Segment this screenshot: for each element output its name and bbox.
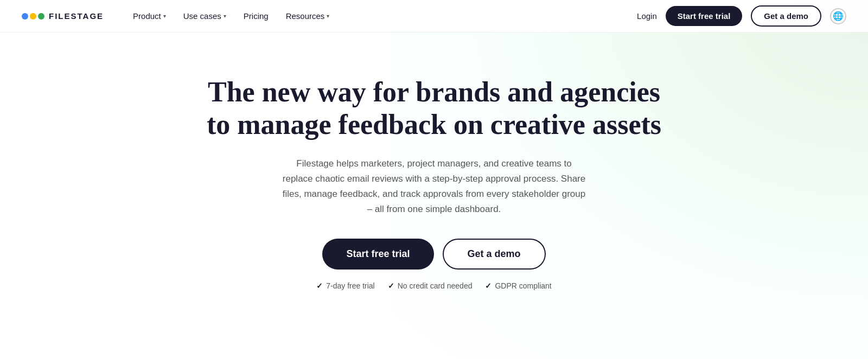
nav-label-pricing: Pricing (244, 11, 269, 21)
logo-icon (22, 13, 44, 20)
hero-title-line2: to manage feedback on creative assets (207, 109, 661, 140)
nav-links: Product ▾ Use cases ▾ Pricing Resources … (125, 7, 637, 25)
trust-item-trial: ✓ 7-day free trial (316, 281, 374, 290)
trust-label-no-card: No credit card needed (398, 281, 473, 290)
chevron-down-icon: ▾ (224, 13, 226, 19)
hero-get-demo-button[interactable]: Get a demo (443, 239, 546, 270)
trust-label-gdpr: GDPR compliant (495, 281, 551, 290)
trust-label-trial: 7-day free trial (326, 281, 374, 290)
hero-subtitle: Filestage helps marketers, project manag… (282, 156, 586, 217)
nav-item-resources[interactable]: Resources ▾ (278, 7, 337, 25)
hero-title: The new way for brands and agencies to m… (207, 76, 661, 141)
nav-right: Login Start free trial Get a demo 🌐 (637, 5, 846, 27)
nav-item-usecases[interactable]: Use cases ▾ (176, 7, 234, 25)
chevron-down-icon: ▾ (163, 13, 166, 19)
nav-label-product: Product (133, 11, 161, 21)
logo-dot-green (38, 13, 44, 20)
language-selector-button[interactable]: 🌐 (830, 8, 846, 24)
nav-get-demo-button[interactable]: Get a demo (751, 5, 821, 27)
nav-start-trial-button[interactable]: Start free trial (666, 6, 743, 26)
chevron-down-icon: ▾ (327, 13, 329, 19)
check-icon: ✓ (316, 281, 323, 290)
nav-item-product[interactable]: Product ▾ (125, 7, 174, 25)
check-icon: ✓ (388, 281, 394, 290)
logo-dot-orange (30, 13, 36, 20)
trust-item-gdpr: ✓ GDPR compliant (485, 281, 551, 290)
logo-text: FILESTAGE (49, 11, 104, 21)
check-icon: ✓ (485, 281, 492, 290)
hero-buttons: Start free trial Get a demo (322, 239, 545, 270)
hero-trust-bar: ✓ 7-day free trial ✓ No credit card need… (316, 281, 552, 290)
logo-link[interactable]: FILESTAGE (22, 11, 104, 21)
login-link[interactable]: Login (637, 11, 657, 21)
hero-title-line1: The new way for brands and agencies (208, 76, 660, 107)
nav-item-pricing[interactable]: Pricing (236, 7, 276, 25)
hero-section: The new way for brands and agencies to m… (0, 33, 868, 312)
trust-item-no-card: ✓ No credit card needed (388, 281, 473, 290)
nav-label-resources: Resources (286, 11, 325, 21)
hero-start-trial-button[interactable]: Start free trial (322, 239, 433, 270)
navbar: FILESTAGE Product ▾ Use cases ▾ Pricing … (0, 0, 868, 33)
logo-dot-blue (22, 13, 28, 20)
nav-label-usecases: Use cases (183, 11, 221, 21)
